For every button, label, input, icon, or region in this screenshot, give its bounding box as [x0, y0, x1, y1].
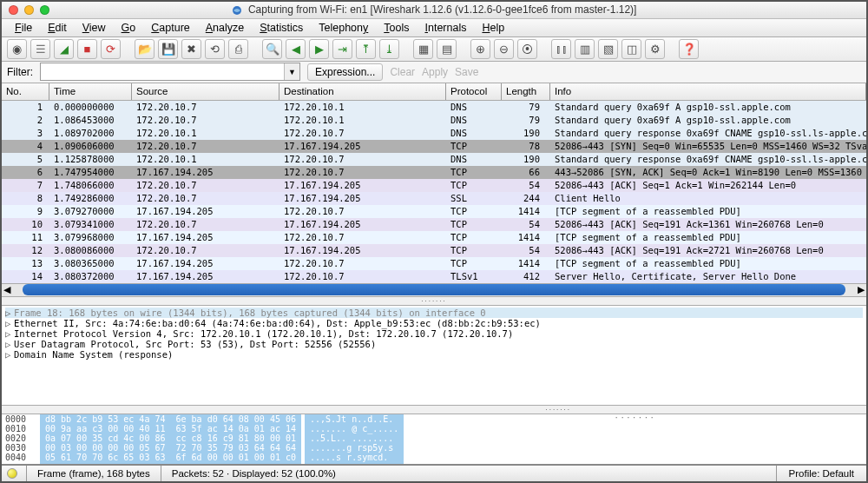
prefs-icon[interactable]: ⚙ [645, 39, 665, 59]
packet-hscroll[interactable]: ◀▶ [2, 283, 866, 296]
menu-view[interactable]: View [75, 19, 114, 36]
col-source[interactable]: Source [132, 83, 279, 100]
table-row[interactable]: 41.090606000172.20.10.717.167.194.205TCP… [2, 140, 866, 153]
autoscroll-icon[interactable]: ▤ [437, 39, 457, 59]
options-icon[interactable]: ☰ [30, 39, 50, 59]
start-capture-icon[interactable]: ◢ [54, 39, 74, 59]
packet-details-pane[interactable]: ▷Frame 18: 168 bytes on wire (1344 bits)… [2, 306, 866, 406]
resize-cols-icon[interactable]: ⫿⫿ [551, 39, 571, 59]
hex-offsets: 00000010002000300040 [5, 414, 40, 464]
table-row[interactable]: 103.079341000172.20.10.717.167.194.205TC… [2, 218, 866, 231]
status-packets: Packets: 52 · Displayed: 52 (100.0%) [165, 468, 343, 479]
menu-analyze[interactable]: Analyze [198, 19, 252, 36]
col-info[interactable]: Info [550, 83, 866, 100]
last-packet-icon[interactable]: ⤓ [379, 39, 399, 59]
menu-telephony[interactable]: Telephony [311, 19, 376, 36]
reload-icon[interactable]: ⟲ [205, 39, 225, 59]
zoom-reset-icon[interactable]: ⦿ [517, 39, 537, 59]
toolbar: ◉ ☰ ◢ ■ ⟳ 📂 💾 ✖ ⟲ ⎙ 🔍 ◀ ▶ ⇥ ⤒ ⤓ ▦ ▤ ⊕ ⊖ … [2, 37, 866, 62]
packet-rows: 10.000000000172.20.10.7172.20.10.1DNS79S… [2, 101, 866, 283]
capture-filters-icon[interactable]: ▥ [575, 39, 595, 59]
clear-button[interactable]: Clear [390, 66, 415, 78]
menu-file[interactable]: File [7, 19, 40, 36]
filter-bar: Filter: ▼ Expression... Clear Apply Save [2, 62, 866, 83]
colorize-icon[interactable]: ▦ [413, 39, 433, 59]
window-title: Capturing from Wi-Fi: en1 [Wireshark 1.1… [2, 3, 866, 16]
statusbar: Frame (frame), 168 bytes Packets: 52 · D… [2, 464, 866, 481]
hex-splitter[interactable]: ······· [404, 414, 866, 464]
table-row[interactable]: 123.080086000172.20.10.717.167.194.205TC… [2, 244, 866, 257]
col-time[interactable]: Time [49, 83, 132, 100]
print-icon[interactable]: ⎙ [228, 39, 248, 59]
col-length[interactable]: Length [502, 83, 550, 100]
menu-go[interactable]: Go [114, 19, 144, 36]
table-row[interactable]: 21.086453000172.20.10.7172.20.10.1DNS79S… [2, 114, 866, 127]
menu-edit[interactable]: Edit [40, 19, 75, 36]
table-row[interactable]: 51.125878000172.20.10.1172.20.10.7DNS190… [2, 153, 866, 166]
packet-bytes-pane[interactable]: 00000010002000300040 d8 bb 2c b9 53 ec 4… [2, 414, 866, 464]
filter-label: Filter: [7, 66, 33, 78]
filter-dropdown-icon[interactable]: ▼ [284, 63, 299, 80]
close-icon[interactable] [9, 5, 18, 15]
pane-splitter[interactable]: ······· [2, 297, 866, 306]
expert-info-icon[interactable] [7, 468, 17, 479]
hex-bytes: d8 bb 2c b9 53 ec 4a 74 6e ba d0 64 08 0… [40, 414, 301, 464]
menu-internals[interactable]: Internals [417, 19, 474, 36]
table-row[interactable]: 143.08037200017.167.194.205172.20.10.7TL… [2, 270, 866, 283]
detail-ethernet: ▷Ethernet II, Src: 4a:74:6e:ba:d0:64 (4a… [5, 318, 863, 328]
titlebar: Capturing from Wi-Fi: en1 [Wireshark 1.1… [2, 2, 866, 19]
first-packet-icon[interactable]: ⤒ [356, 39, 376, 59]
table-row[interactable]: 81.749286000172.20.10.717.167.194.205SSL… [2, 192, 866, 205]
menu-tools[interactable]: Tools [376, 19, 417, 36]
col-protocol[interactable]: Protocol [446, 83, 502, 100]
expression-button[interactable]: Expression... [307, 63, 383, 81]
table-row[interactable]: 10.000000000172.20.10.7172.20.10.1DNS79S… [2, 101, 866, 114]
go-to-icon[interactable]: ⇥ [332, 39, 352, 59]
save-button[interactable]: Save [455, 66, 478, 78]
hex-ascii: ..,S.Jt n..d..E. ....... @ c_..... ..5.L… [305, 414, 404, 464]
coloring-rules-icon[interactable]: ◫ [621, 39, 641, 59]
detail-ip: ▷Internet Protocol Version 4, Src: 172.2… [5, 328, 863, 339]
svg-point-0 [233, 6, 241, 15]
table-row[interactable]: 113.07996800017.167.194.205172.20.10.7TC… [2, 231, 866, 244]
status-profile[interactable]: Profile: Default [776, 466, 866, 481]
filter-input[interactable] [41, 63, 284, 80]
menubar: File Edit View Go Capture Analyze Statis… [2, 19, 866, 37]
stop-capture-icon[interactable]: ■ [77, 39, 97, 59]
detail-dns: ▷Domain Name System (response) [5, 349, 863, 360]
table-row[interactable]: 61.74795400017.167.194.205172.20.10.7TCP… [2, 166, 866, 179]
menu-capture[interactable]: Capture [143, 19, 197, 36]
status-frame: Frame (frame), 168 bytes [30, 468, 157, 479]
window-controls [9, 5, 49, 15]
zoom-icon[interactable] [40, 5, 49, 15]
help-icon[interactable]: ❓ [679, 39, 699, 59]
menu-statistics[interactable]: Statistics [252, 19, 311, 36]
zoom-out-icon[interactable]: ⊖ [494, 39, 514, 59]
table-row[interactable]: 71.748066000172.20.10.717.167.194.205TCP… [2, 179, 866, 192]
minimize-icon[interactable] [24, 5, 34, 15]
detail-udp: ▷User Datagram Protocol, Src Port: 53 (5… [5, 339, 863, 349]
packet-list-pane: No. Time Source Destination Protocol Len… [2, 83, 866, 297]
table-row[interactable]: 133.08036500017.167.194.205172.20.10.7TC… [2, 257, 866, 270]
save-icon[interactable]: 💾 [158, 39, 178, 59]
interfaces-icon[interactable]: ◉ [7, 39, 27, 59]
display-filters-icon[interactable]: ▧ [598, 39, 618, 59]
detail-frame: ▷Frame 18: 168 bytes on wire (1344 bits)… [5, 308, 863, 318]
zoom-in-icon[interactable]: ⊕ [470, 39, 490, 59]
go-forward-icon[interactable]: ▶ [309, 39, 329, 59]
go-back-icon[interactable]: ◀ [286, 39, 306, 59]
col-destination[interactable]: Destination [279, 83, 446, 100]
menu-help[interactable]: Help [474, 19, 512, 36]
find-icon[interactable]: 🔍 [262, 39, 282, 59]
pane-splitter-2[interactable]: ······· [2, 406, 866, 414]
apply-button[interactable]: Apply [422, 66, 448, 78]
table-row[interactable]: 93.07927000017.167.194.205172.20.10.7TCP… [2, 205, 866, 218]
col-no[interactable]: No. [2, 83, 49, 100]
restart-capture-icon[interactable]: ⟳ [101, 39, 121, 59]
filter-input-wrap: ▼ [40, 63, 300, 81]
close-file-icon[interactable]: ✖ [181, 39, 201, 59]
packet-list-header: No. Time Source Destination Protocol Len… [2, 83, 866, 101]
app-icon [232, 5, 242, 16]
table-row[interactable]: 31.089702000172.20.10.1172.20.10.7DNS190… [2, 127, 866, 140]
open-icon[interactable]: 📂 [135, 39, 155, 59]
